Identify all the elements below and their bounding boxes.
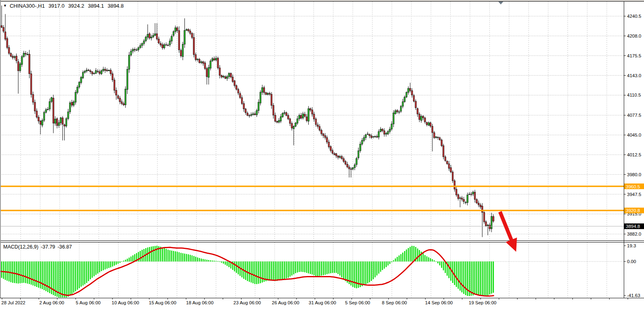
- macd-tick-label: 0.00: [627, 259, 636, 264]
- price-tick-label: 4175.5: [627, 53, 641, 58]
- ohlc-dropdown-icon[interactable]: ▼: [3, 3, 7, 8]
- price-tick-label: 4012.5: [627, 152, 641, 157]
- chart-background: [0, 0, 644, 312]
- low-value: 3894.1: [88, 3, 104, 9]
- time-tick-label: 10 Aug 06:00: [112, 300, 139, 305]
- window-frame-left: [0, 0, 1, 298]
- price-tick-label: 4208.0: [627, 34, 641, 38]
- chart-window: 4240.54208.04175.54143.04110.54077.54045…: [0, 0, 644, 312]
- time-tick-label: 14 Sep 06:00: [425, 300, 453, 305]
- time-tick-label: 19 Sep 06:00: [469, 300, 496, 305]
- close-value: 3894.8: [108, 3, 124, 9]
- macd-signal-value: -36.87: [57, 244, 72, 250]
- level-price-tag-label: 3960.5: [626, 184, 640, 189]
- time-tick-label: 18 Aug 06:00: [186, 300, 214, 305]
- time-tick-label: 8 Sep 06:00: [382, 300, 407, 305]
- price-chart-canvas[interactable]: 4240.54208.04175.54143.04110.54077.54045…: [0, 0, 644, 312]
- time-tick-label: 28 Jul 2022: [1, 300, 25, 305]
- time-tick-label: 26 Aug 06:00: [272, 300, 299, 305]
- time-tick-label: 23 Aug 06:00: [233, 300, 261, 305]
- time-tick-label: 5 Sep 06:00: [345, 300, 370, 305]
- open-value: 3917.0: [49, 3, 65, 9]
- time-tick-label: 5 Aug 06:00: [76, 300, 100, 305]
- price-tick-label: 4110.5: [627, 93, 641, 97]
- macd-indicator-bar: MACD(12,26,9) -37.79 -36.87: [3, 244, 72, 250]
- price-tick-label: 4143.0: [627, 73, 641, 78]
- price-tick-label: 4077.5: [627, 113, 641, 118]
- symbol-timeframe-label: CHINA300-,H1: [10, 3, 45, 9]
- high-value: 3924.2: [68, 3, 84, 9]
- macd-indicator-label: MACD(12,26,9): [3, 244, 38, 250]
- last-price-tag-label: 3894.8: [626, 224, 640, 229]
- time-tick-label: 31 Aug 06:00: [309, 300, 336, 305]
- time-tick-label: 15 Aug 06:00: [149, 300, 176, 305]
- window-frame-top: [0, 0, 644, 1]
- price-tick-label: 3882.0: [627, 232, 641, 236]
- time-tick-label: 2 Aug 06:00: [39, 300, 64, 305]
- price-tick-label: 4240.5: [627, 14, 641, 19]
- macd-tick-label: -41.63: [627, 293, 640, 298]
- symbol-info-bar: ▼ CHINA300-,H1 3917.0 3924.2 3894.1 3894…: [3, 3, 124, 9]
- price-tick-label: 3980.0: [627, 172, 641, 177]
- price-tick-label: 3947.5: [627, 192, 641, 197]
- macd-main-value: -37.79: [41, 244, 55, 250]
- level-price-tag-label: 3920.8: [626, 208, 640, 213]
- price-tick-label: 4045.0: [627, 133, 641, 137]
- macd-tick-label: 19.3: [627, 243, 636, 248]
